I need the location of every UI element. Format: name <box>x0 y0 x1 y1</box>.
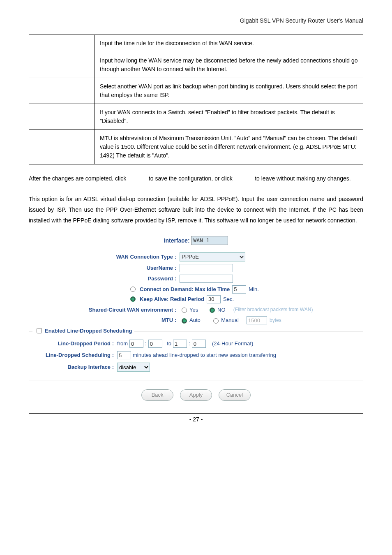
cancel-button[interactable]: Cancel <box>219 389 251 401</box>
mtu-label: MTU : <box>65 316 180 324</box>
table-label-cell <box>29 78 95 104</box>
row-backup-interface: Backup Interface : disable <box>35 363 357 372</box>
page-footer: - 27 - <box>29 413 363 424</box>
interface-row: Interface: <box>29 236 363 245</box>
hour-format-note: (24-Hour Format) <box>212 340 253 348</box>
table-label-cell <box>29 52 95 78</box>
shared-circuit-label: Shared-Circuit WAN environment : <box>65 306 180 314</box>
row-connection-type: WAN Connection Type : PPPoE <box>65 252 327 261</box>
table-label-cell <box>29 130 95 164</box>
interface-label: Interface: <box>164 237 190 243</box>
enable-scheduling-checkbox[interactable] <box>37 328 42 333</box>
connect-on-demand-radio[interactable] <box>130 287 136 292</box>
shared-yes-radio[interactable] <box>182 308 187 313</box>
para1-gap2 <box>234 175 254 182</box>
mtu-auto-option[interactable]: Auto <box>180 316 201 324</box>
max-idle-time-input[interactable] <box>232 285 246 294</box>
keep-alive-radio[interactable] <box>130 296 136 302</box>
connection-type-label: WAN Connection Type : <box>65 253 180 261</box>
redial-period-input[interactable] <box>207 295 221 303</box>
from-hour-input[interactable] <box>129 340 143 348</box>
backup-interface-label: Backup Interface : <box>35 363 117 371</box>
connection-type-select[interactable]: PPPoE <box>180 252 245 261</box>
shared-yes-option[interactable]: Yes <box>180 306 198 314</box>
table-row: Input the time rule for the disconnectio… <box>29 35 363 52</box>
row-connect-on-demand: Connect on Demand: Max Idle Time Min. <box>130 285 327 294</box>
scheduling-minutes-input[interactable] <box>117 351 131 359</box>
table-row: If your WAN connects to a Switch, select… <box>29 104 363 130</box>
table-label-cell <box>29 104 95 130</box>
mtu-manual-option[interactable]: Manual <box>211 316 239 324</box>
password-input[interactable] <box>180 275 233 283</box>
table-row: MTU is abbreviation of Maximum Transmiss… <box>29 130 363 164</box>
para1-post: to leave without making any changes. <box>255 175 350 182</box>
mtu-manual-radio[interactable] <box>213 318 219 324</box>
shared-no-radio[interactable] <box>210 308 215 313</box>
password-label: Password : <box>65 275 180 283</box>
table-row: Select another WAN port as link backup w… <box>29 78 363 104</box>
row-mtu: MTU : Auto Manual bytes <box>65 316 327 324</box>
username-input[interactable] <box>180 264 233 272</box>
table-desc-cell: Input the time rule for the disconnectio… <box>95 35 363 52</box>
to-hour-input[interactable] <box>173 340 187 348</box>
row-dropped-scheduling: Line-Dropped Scheduling : minutes ahead … <box>35 351 357 359</box>
dropped-scheduling-label: Line-Dropped Scheduling : <box>35 351 117 359</box>
apply-button[interactable]: Apply <box>180 389 212 401</box>
table-row: Input how long the WAN service may be di… <box>29 52 363 78</box>
mtu-value-input[interactable] <box>247 316 267 324</box>
from-text: from <box>117 340 128 348</box>
colon1: : <box>145 340 147 348</box>
para1-mid: to save the configuration, or click <box>149 175 234 182</box>
back-button[interactable]: Back <box>141 389 173 401</box>
row-keep-alive: Keep Alive: Redial Period Sec. <box>130 295 327 303</box>
seconds-unit: Sec. <box>223 295 234 303</box>
mtu-auto-radio[interactable] <box>182 318 187 324</box>
shared-note: (Filter broadcast packets from WAN) <box>233 306 313 313</box>
backup-interface-select[interactable]: disable <box>117 363 150 372</box>
box-legend: Enabled Line-Dropped Scheduling <box>32 327 134 335</box>
table-desc-cell: MTU is abbreviation of Maximum Transmiss… <box>95 130 363 164</box>
manual-title: Gigabit SSL VPN Security Router User's M… <box>240 17 363 24</box>
minutes-unit: Min. <box>249 285 259 294</box>
mtu-unit: bytes <box>270 317 281 324</box>
username-label: UserName : <box>65 264 180 272</box>
scheduling-note: minutes ahead line-dropped to start new … <box>133 351 276 359</box>
row-shared-circuit: Shared-Circuit WAN environment : Yes NO … <box>65 306 327 314</box>
to-minute-input[interactable] <box>192 340 206 348</box>
colon2: : <box>189 340 190 348</box>
para1-gap1 <box>128 175 147 182</box>
shared-no-option[interactable]: NO <box>208 306 226 314</box>
box-legend-text: Enabled Line-Dropped Scheduling <box>45 327 132 335</box>
paragraph-adsl-description: This option is for an ADSL virtual dial-… <box>29 194 363 226</box>
settings-description-table: Input the time rule for the disconnectio… <box>29 35 363 164</box>
header-rule <box>29 27 363 27</box>
connect-on-demand-label: Connect on Demand: Max Idle Time <box>140 285 230 294</box>
to-text: to <box>167 340 171 348</box>
interface-input[interactable] <box>191 236 228 245</box>
keep-alive-label: Keep Alive: Redial Period <box>140 295 204 303</box>
page-header: Gigabit SSL VPN Security Router User's M… <box>29 16 363 25</box>
row-password: Password : <box>65 275 327 283</box>
para1-pre: After the changes are completed, click <box>29 175 128 182</box>
page-number: - 27 - <box>189 416 203 423</box>
from-minute-input[interactable] <box>148 340 162 348</box>
table-desc-cell: If your WAN connects to a Switch, select… <box>95 104 363 130</box>
row-dropped-period: Line-Dropped Period : from : to : (24-Ho… <box>35 340 357 348</box>
button-row: Back Apply Cancel <box>29 389 363 401</box>
wan-form: WAN Connection Type : PPPoE UserName : P… <box>65 252 327 325</box>
row-username: UserName : <box>65 264 327 272</box>
table-desc-cell: Input how long the WAN service may be di… <box>95 52 363 78</box>
line-dropped-scheduling-box: Enabled Line-Dropped Scheduling Line-Dro… <box>29 331 363 381</box>
table-label-cell <box>29 35 95 52</box>
paragraph-after-changes: After the changes are completed, click t… <box>29 173 363 184</box>
dropped-period-label: Line-Dropped Period : <box>35 340 117 348</box>
table-desc-cell: Select another WAN port as link backup w… <box>95 78 363 104</box>
